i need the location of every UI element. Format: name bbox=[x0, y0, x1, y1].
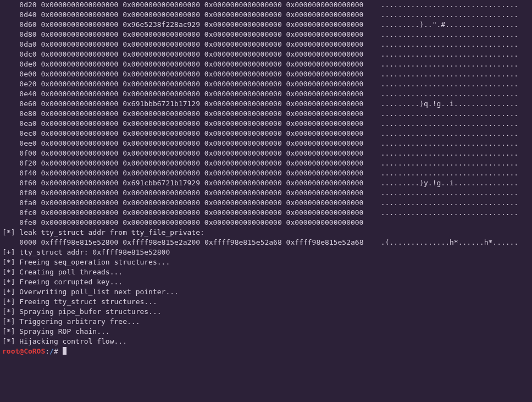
hexdump-row: 0f60 0x0000000000000000 0x691cbb6721b179… bbox=[2, 178, 530, 188]
log-line: [*] Spraying pipe_bufer structures... bbox=[2, 307, 530, 317]
prompt-path: / bbox=[49, 347, 54, 355]
log-line: [*] Spraying ROP chain... bbox=[2, 327, 530, 337]
hexdump-row: 0d20 0x0000000000000000 0x00000000000000… bbox=[2, 0, 530, 10]
log-line: [*] Creating poll threads... bbox=[2, 267, 530, 277]
hexdump-row: 0ea0 0x0000000000000000 0x00000000000000… bbox=[2, 119, 530, 129]
hexdump-row: 0d60 0x0000000000000000 0x96e5238f228ac9… bbox=[2, 20, 530, 30]
leak-c2: 0xffff98e815e2a200 bbox=[123, 238, 200, 246]
log-line: [*] Overwriting poll_list next pointer..… bbox=[2, 287, 530, 297]
leak-c4: 0xffff98e815e52a68 bbox=[286, 238, 364, 246]
hexdump-row: 0e00 0x0000000000000000 0x00000000000000… bbox=[2, 69, 530, 79]
hexdump-row: 0d80 0x0000000000000000 0x00000000000000… bbox=[2, 30, 530, 40]
log-line: [*] Freeing seq_operation structures... bbox=[2, 257, 530, 267]
hexdump-row: 0fe0 0x0000000000000000 0x00000000000000… bbox=[2, 218, 530, 228]
leak-row: 0000 0xffff98e815e52800 0xffff98e815e2a2… bbox=[2, 238, 530, 247]
log-line: [*] Hijacking control flow... bbox=[2, 337, 530, 346]
hexdump-row: 0f80 0x0000000000000000 0x00000000000000… bbox=[2, 188, 530, 198]
prompt-sep: : bbox=[45, 347, 49, 355]
hexdump-row: 0d40 0x0000000000000000 0x00000000000000… bbox=[2, 10, 530, 20]
leak-ascii: .(..............h*......h*...... bbox=[381, 238, 518, 246]
hexdump-row: 0e20 0x0000000000000000 0x00000000000000… bbox=[2, 79, 530, 89]
log-line: [*] Freeing tty_struct structures... bbox=[2, 297, 530, 307]
prompt-host: CoROS bbox=[24, 347, 45, 355]
hexdump-row: 0ee0 0x0000000000000000 0x00000000000000… bbox=[2, 139, 530, 148]
leak-c3: 0xffff98e815e52a68 bbox=[204, 238, 282, 246]
leak-c1: 0xffff98e815e52800 bbox=[41, 238, 118, 246]
log-leak-header: [*] leak tty_struct addr from tty_file_p… bbox=[2, 228, 530, 238]
hexdump-row: 0da0 0x0000000000000000 0x00000000000000… bbox=[2, 40, 530, 49]
hexdump-row: 0f40 0x0000000000000000 0x00000000000000… bbox=[2, 168, 530, 178]
log-line: [*] Freeing corrupted key... bbox=[2, 277, 530, 287]
log-tty-addr: [+] tty_struct addr: 0xffff98e815e52800 bbox=[2, 247, 530, 257]
prompt-at: @ bbox=[19, 347, 24, 355]
hexdump-row: 0e80 0x0000000000000000 0x00000000000000… bbox=[2, 109, 530, 119]
cursor-icon bbox=[63, 347, 66, 355]
hexdump-row: 0f20 0x0000000000000000 0x00000000000000… bbox=[2, 158, 530, 168]
terminal[interactable]: 0d20 0x0000000000000000 0x00000000000000… bbox=[0, 0, 532, 356]
hexdump-row: 0fc0 0x0000000000000000 0x00000000000000… bbox=[2, 208, 530, 218]
hexdump-row: 0e60 0x0000000000000000 0x691bbb6721b171… bbox=[2, 99, 530, 109]
shell-prompt[interactable]: root@CoROS:/# bbox=[2, 346, 530, 356]
hexdump-row: 0fa0 0x0000000000000000 0x00000000000000… bbox=[2, 198, 530, 208]
hexdump-row: 0e40 0x0000000000000000 0x00000000000000… bbox=[2, 89, 530, 99]
hexdump-row: 0f00 0x0000000000000000 0x00000000000000… bbox=[2, 148, 530, 158]
prompt-hash: # bbox=[54, 347, 58, 355]
log-line: [*] Triggering arbitrary free... bbox=[2, 317, 530, 327]
hexdump-row: 0de0 0x0000000000000000 0x00000000000000… bbox=[2, 59, 530, 69]
hexdump-row: 0ec0 0x0000000000000000 0x00000000000000… bbox=[2, 129, 530, 139]
prompt-user: root bbox=[2, 347, 19, 355]
hexdump-row: 0dc0 0x0000000000000000 0x00000000000000… bbox=[2, 49, 530, 59]
leak-offset: 0000 bbox=[19, 238, 36, 246]
